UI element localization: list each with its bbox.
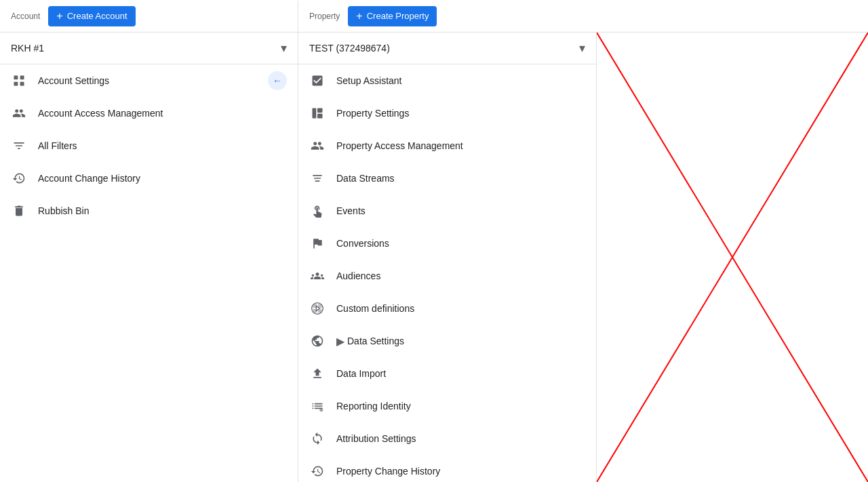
custom-definitions-label: Custom definitions	[336, 303, 414, 314]
data-settings-label: Data Settings	[347, 336, 404, 346]
property-dropdown[interactable]: TEST (372498674) ▾	[304, 37, 591, 60]
data-streams-label: Data Streams	[336, 173, 395, 184]
data-settings-icon	[309, 333, 326, 349]
sidebar-item-data-settings[interactable]: ▶ Data Settings	[298, 325, 596, 357]
sidebar-item-all-filters[interactable]: All Filters	[0, 129, 298, 162]
rubbish-bin-label: Rubbish Bin	[38, 205, 90, 216]
setup-assistant-label: Setup Assistant	[336, 75, 402, 86]
attribution-settings-label: Attribution Settings	[336, 433, 416, 444]
all-filters-label: All Filters	[38, 140, 77, 151]
plus-icon-property: +	[356, 10, 362, 22]
create-account-label: Create Account	[67, 11, 127, 21]
svg-rect-4	[318, 304, 322, 308]
account-dropdown[interactable]: RKH #1 ▾	[5, 37, 292, 60]
svg-rect-6	[318, 309, 322, 313]
trash-icon	[11, 203, 27, 219]
sidebar-item-property-settings[interactable]: Property Settings	[298, 97, 596, 129]
svg-rect-5	[313, 309, 317, 313]
property-settings-icon	[309, 105, 326, 121]
pin-button[interactable]: ←	[268, 71, 287, 90]
sidebar-item-conversions[interactable]: Conversions	[298, 227, 596, 260]
data-import-label: Data Import	[336, 368, 386, 379]
sidebar-item-account-change-history[interactable]: Account Change History	[0, 162, 298, 195]
conversions-label: Conversions	[336, 238, 389, 249]
attribution-settings-icon	[309, 430, 326, 447]
property-chevron-icon: ▾	[579, 41, 585, 56]
expand-arrow-icon: ▶	[336, 335, 344, 348]
data-import-icon	[309, 365, 326, 382]
property-change-history-label: Property Change History	[336, 466, 440, 477]
history-icon	[11, 170, 27, 186]
filter-icon	[11, 138, 27, 154]
sidebar-item-data-streams[interactable]: Data Streams	[298, 162, 596, 195]
account-access-icon	[11, 105, 27, 121]
svg-rect-1	[317, 108, 323, 113]
sidebar-item-reporting-identity[interactable]: Reporting Identity	[298, 390, 596, 422]
audiences-label: Audiences	[336, 270, 380, 281]
create-property-button[interactable]: + Create Property	[348, 6, 437, 26]
sidebar-item-account-settings[interactable]: Account Settings ←	[0, 64, 298, 97]
sidebar-item-rubbish-bin[interactable]: Rubbish Bin	[0, 195, 298, 227]
sidebar-item-property-change-history[interactable]: Property Change History	[298, 455, 596, 482]
property-settings-label: Property Settings	[336, 108, 409, 119]
sidebar-item-custom-definitions[interactable]: Custom definitions	[298, 292, 596, 325]
svg-rect-3	[313, 304, 317, 308]
reporting-identity-icon	[309, 398, 326, 414]
custom-definitions-icon	[309, 300, 326, 317]
property-history-icon	[309, 463, 326, 479]
conversions-icon	[309, 235, 326, 252]
data-streams-icon	[309, 170, 326, 186]
sidebar-item-data-import[interactable]: Data Import	[298, 357, 596, 390]
sidebar-item-setup-assistant[interactable]: Setup Assistant	[298, 64, 596, 97]
events-label: Events	[336, 205, 366, 216]
svg-rect-2	[317, 114, 323, 119]
events-icon	[309, 203, 326, 219]
x-overlay-svg	[597, 33, 868, 482]
svg-point-7	[319, 408, 323, 411]
sidebar-item-property-access-management[interactable]: Property Access Management	[298, 129, 596, 162]
account-label: Account	[11, 12, 40, 21]
account-settings-icon	[11, 73, 27, 89]
sidebar-item-attribution-settings[interactable]: Attribution Settings	[298, 422, 596, 455]
x-overlay-panel	[597, 33, 868, 482]
svg-rect-0	[313, 108, 317, 119]
create-property-label: Create Property	[367, 11, 429, 21]
property-access-label: Property Access Management	[336, 140, 463, 151]
property-label: Property	[309, 12, 340, 21]
property-access-icon	[309, 138, 326, 154]
create-account-button[interactable]: + Create Account	[48, 6, 135, 26]
account-settings-label: Account Settings	[38, 75, 109, 86]
sidebar-item-account-access-management[interactable]: Account Access Management	[0, 97, 298, 129]
audiences-icon	[309, 268, 326, 284]
account-selected: RKH #1	[11, 43, 44, 54]
account-access-label: Account Access Management	[38, 108, 163, 119]
reporting-identity-label: Reporting Identity	[336, 401, 411, 411]
property-selected: TEST (372498674)	[309, 43, 390, 54]
account-chevron-icon: ▾	[281, 41, 287, 56]
account-change-history-label: Account Change History	[38, 173, 140, 184]
data-settings-expand[interactable]: ▶ Data Settings	[336, 335, 404, 348]
sidebar-item-events[interactable]: Events	[298, 195, 596, 227]
setup-assistant-icon	[309, 73, 326, 89]
sidebar-item-audiences[interactable]: Audiences	[298, 260, 596, 292]
plus-icon: +	[56, 10, 62, 22]
